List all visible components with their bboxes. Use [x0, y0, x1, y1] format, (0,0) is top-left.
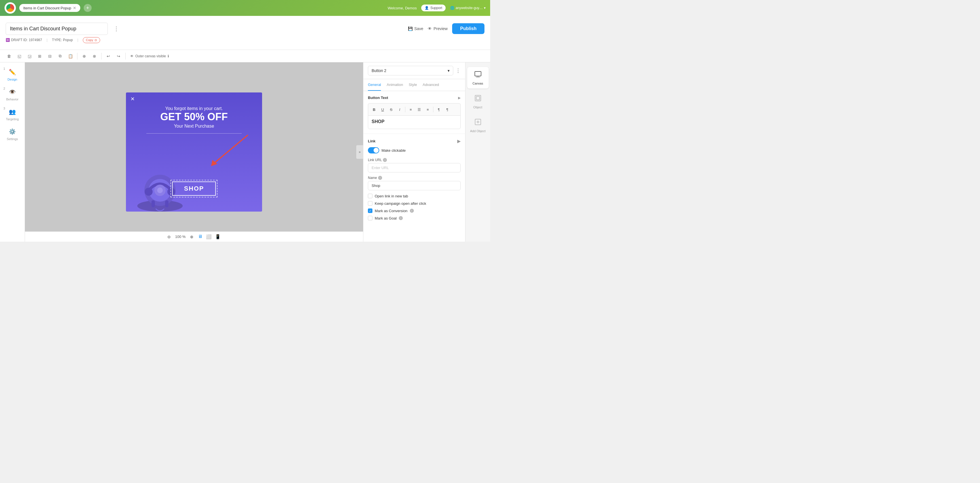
far-right-canvas[interactable]: Canvas	[467, 67, 489, 89]
chevron-down-icon: ▾	[484, 6, 485, 10]
globe-icon: 🌐	[450, 6, 454, 10]
step-num-3: 3	[3, 106, 5, 110]
open-new-tab-checkbox[interactable]	[368, 194, 372, 198]
zoom-in-button[interactable]: ⊕	[190, 235, 193, 239]
canvas-icon	[474, 70, 482, 80]
distribute-button[interactable]: ⊗	[90, 52, 99, 61]
italic-button[interactable]: I	[396, 106, 403, 113]
keep-campaign-label: Keep campaign open after click	[375, 201, 426, 206]
link-url-info[interactable]: i	[383, 158, 387, 162]
strikethrough-button[interactable]: S	[387, 106, 395, 113]
more-button[interactable]: ⋮	[111, 24, 121, 33]
element-selector[interactable]: Button 2 ▾	[368, 66, 453, 75]
far-right-add-object[interactable]: Add Object	[467, 114, 489, 136]
svg-rect-12	[477, 76, 479, 77]
button-text-section: Button Text ▶ B U S I ≡ ☰ ≡ ¶ ¶ SHOP	[363, 91, 465, 134]
save-button[interactable]: 💾 Save	[408, 26, 423, 31]
sidebar-item-behavior[interactable]: 2 👁️ Behavior	[0, 84, 25, 104]
info-icon: ℹ	[168, 54, 169, 58]
tab-advanced[interactable]: Advanced	[423, 79, 439, 91]
save-icon: 💾	[408, 26, 413, 31]
layer-back-button[interactable]: ◱	[15, 52, 24, 61]
object-label: Object	[473, 105, 482, 109]
name-input[interactable]	[368, 181, 461, 190]
indent-button[interactable]: ¶	[435, 106, 442, 113]
red-arrow	[197, 129, 254, 172]
collapse-panel-button[interactable]: »	[356, 145, 363, 159]
support-button[interactable]: 👤 Support	[421, 5, 445, 11]
tab-animation[interactable]: Animation	[387, 79, 403, 91]
desktop-view-button[interactable]: 🖥	[198, 234, 202, 239]
tablet-view-button[interactable]: ⬜	[206, 234, 212, 239]
open-new-tab-label: Open link in new tab	[375, 194, 408, 198]
align-left-button[interactable]: ≡	[407, 106, 414, 113]
canvas-area[interactable]: ✕ You forgot items in your cart. GET 50%…	[25, 62, 363, 242]
undo-button[interactable]: ↩	[104, 52, 113, 61]
close-tab-icon[interactable]: ✕	[73, 6, 76, 10]
sidebar-item-design[interactable]: 1 ✏️ Design	[0, 65, 25, 84]
far-right-panel: Canvas Object Add Object	[465, 62, 490, 242]
align-button[interactable]: ⊕	[80, 52, 89, 61]
right-panel: Button 2 ▾ ⋮ General Animation Style Adv…	[363, 62, 465, 242]
popup-close-icon[interactable]: ✕	[130, 96, 135, 102]
link-url-input[interactable]	[368, 163, 461, 172]
copy-badge[interactable]: Copy ⊙	[83, 37, 100, 43]
shop-button[interactable]: SHOP	[172, 181, 216, 196]
publish-button[interactable]: Publish	[452, 23, 484, 34]
underline-button[interactable]: U	[379, 106, 386, 113]
mark-goal-checkbox[interactable]	[368, 216, 372, 220]
active-tab[interactable]: Items in Cart Discount Popup ✕	[19, 4, 80, 12]
header-actions: 💾 Save 👁 Preview Publish	[408, 23, 485, 34]
settings-icon: ⚙️	[8, 128, 16, 135]
mark-goal-label: Mark as Goal	[375, 216, 396, 220]
text-format-toolbar: B U S I ≡ ☰ ≡ ¶ ¶	[368, 103, 461, 116]
svg-rect-13	[476, 77, 480, 78]
copy-element-button[interactable]: ⧉	[56, 52, 65, 61]
group-button[interactable]: ⊞	[35, 52, 44, 61]
align-center-button[interactable]: ☰	[415, 106, 423, 113]
tab-style[interactable]: Style	[409, 79, 417, 91]
eye-icon: 👁	[130, 54, 134, 58]
mark-conversion-checkbox[interactable]	[368, 208, 372, 213]
preview-button[interactable]: 👁 Preview	[428, 26, 448, 31]
svg-rect-4	[165, 200, 169, 207]
link-arrow[interactable]: ▶	[457, 138, 461, 144]
logo-button[interactable]	[5, 2, 16, 14]
add-tab-button[interactable]: +	[84, 4, 92, 12]
canvas-label: Canvas	[473, 82, 483, 85]
id-icon: 🆔	[6, 38, 10, 42]
keep-campaign-checkbox[interactable]	[368, 201, 372, 206]
shop-button-container[interactable]: SHOP	[170, 180, 218, 197]
preview-icon: 👁	[428, 26, 432, 31]
zoom-out-button[interactable]: ⊖	[167, 235, 171, 239]
type-label: TYPE: Popup	[52, 38, 73, 42]
make-clickable-toggle[interactable]	[368, 147, 379, 153]
website-button[interactable]: 🌐 anywebsite-guy.... ▾	[450, 6, 485, 10]
campaign-title-input[interactable]	[6, 23, 108, 35]
keep-campaign-row: Keep campaign open after click	[368, 201, 461, 206]
add-object-label: Add Object	[470, 129, 485, 133]
paste-button[interactable]: 📋	[66, 52, 75, 61]
button-text-content[interactable]: SHOP	[368, 116, 461, 129]
far-right-object[interactable]: Object	[467, 91, 489, 112]
mobile-view-button[interactable]: 📱	[215, 234, 221, 239]
tab-general[interactable]: General	[368, 79, 381, 91]
arrange-button[interactable]: ⊟	[45, 52, 54, 61]
mark-conversion-info[interactable]: i	[410, 209, 414, 213]
sidebar-item-targeting[interactable]: 3 👥 Targeting	[0, 104, 25, 124]
delete-button[interactable]: 🗑	[5, 52, 14, 61]
outdent-button[interactable]: ¶	[444, 106, 451, 113]
welcome-text: Welcome, Demos	[388, 6, 417, 10]
panel-more-button[interactable]: ⋮	[455, 67, 461, 74]
bold-button[interactable]: B	[371, 106, 378, 113]
name-label: Name i	[368, 176, 461, 180]
header-top-row: ⋮ 💾 Save 👁 Preview Publish	[6, 23, 484, 35]
svg-rect-3	[151, 200, 155, 207]
mark-goal-info[interactable]: i	[399, 216, 403, 220]
sidebar-item-settings[interactable]: ⚙️ Settings	[0, 124, 25, 144]
align-right-button[interactable]: ≡	[424, 106, 431, 113]
layer-forward-button[interactable]: ◲	[25, 52, 34, 61]
name-info[interactable]: i	[378, 176, 382, 180]
button-text-arrow[interactable]: ▶	[458, 96, 461, 100]
redo-button[interactable]: ↪	[114, 52, 123, 61]
